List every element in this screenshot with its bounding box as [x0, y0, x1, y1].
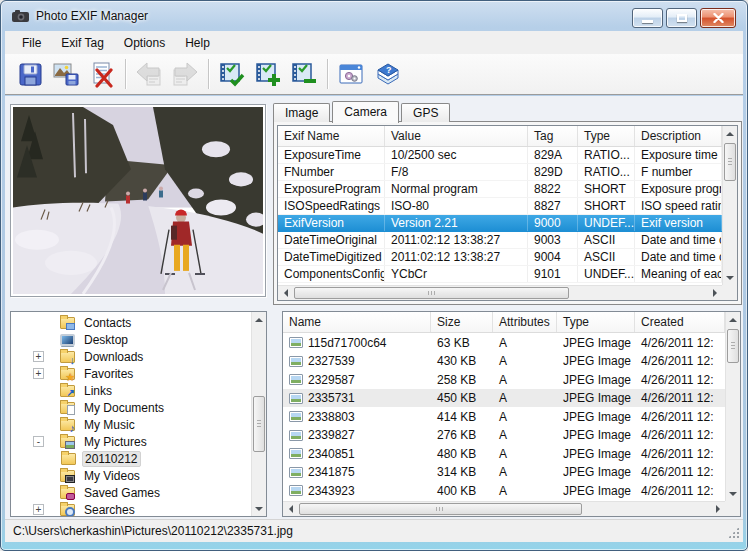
tree-item-favorites[interactable]: + Favorites: [11, 365, 251, 382]
apply-exif-button[interactable]: [214, 57, 250, 91]
tree-item-label: 20110212: [82, 451, 141, 467]
tree-item-my-documents[interactable]: My Documents: [11, 399, 251, 416]
downloads-folder-icon: [60, 351, 75, 363]
table-row[interactable]: DateTimeOriginal 2011:02:12 13:38:27 900…: [278, 232, 722, 249]
scroll-up-arrow[interactable]: [726, 312, 740, 327]
column-header-exif-name[interactable]: Exif Name: [278, 126, 385, 146]
svg-text:?: ?: [386, 65, 392, 75]
scroll-up-arrow[interactable]: [252, 312, 266, 327]
column-header-tag[interactable]: Tag: [528, 126, 578, 146]
list-item-selected[interactable]: 2335731 450 KB A JPEG Image 4/26/2011 12…: [283, 389, 725, 408]
scroll-thumb[interactable]: [294, 287, 569, 299]
scroll-right-arrow[interactable]: [710, 502, 725, 516]
list-item[interactable]: 2327539 430 KB A JPEG Image 4/26/2011 12…: [283, 352, 725, 371]
table-row[interactable]: DateTimeDigitized 2011:02:12 13:38:27 90…: [278, 249, 722, 266]
tree-item-desktop[interactable]: Desktop: [11, 331, 251, 348]
table-row[interactable]: ComponentsConfig... YCbCr 9101 UNDEF... …: [278, 266, 722, 283]
exif-vertical-scrollbar[interactable]: [722, 126, 737, 285]
scroll-thumb[interactable]: [253, 396, 265, 452]
scroll-right-arrow[interactable]: [707, 286, 722, 300]
cell-type: SHORT: [578, 198, 635, 214]
tree-item-saved-games[interactable]: Saved Games: [11, 484, 251, 501]
file-list-horizontal-scrollbar[interactable]: [283, 501, 725, 516]
jpeg-file-icon: [289, 356, 303, 367]
list-item[interactable]: 2343923 400 KB A JPEG Image 4/26/2011 12…: [283, 481, 725, 500]
next-image-button[interactable]: [167, 57, 203, 91]
scroll-down-arrow[interactable]: [252, 501, 266, 516]
table-row[interactable]: ExposureProgram Normal program 8822 SHOR…: [278, 181, 722, 198]
scroll-thumb[interactable]: [727, 329, 739, 363]
table-row[interactable]: ExposureTime 10/2500 sec 829A RATIO... E…: [278, 147, 722, 164]
tree-item-my-pictures[interactable]: - My Pictures: [11, 433, 251, 450]
resize-grip[interactable]: [727, 526, 740, 539]
scroll-down-arrow[interactable]: [723, 270, 737, 285]
cell-exif-name: ExposureProgram: [278, 181, 385, 197]
tree-expander[interactable]: -: [33, 436, 44, 447]
scroll-left-arrow[interactable]: [283, 502, 298, 516]
table-row[interactable]: ISOSpeedRatings ISO-80 8827 SHORT ISO sp…: [278, 198, 722, 215]
column-header-name[interactable]: Name: [283, 312, 431, 332]
cell-type: UNDEF...: [578, 215, 635, 231]
column-header-created[interactable]: Created: [635, 312, 725, 332]
menu-help[interactable]: Help: [175, 33, 220, 53]
list-item[interactable]: 2341875 314 KB A JPEG Image 4/26/2011 12…: [283, 463, 725, 482]
scroll-left-arrow[interactable]: [278, 286, 293, 300]
file-list-vertical-scrollbar[interactable]: [725, 312, 740, 501]
column-header-size[interactable]: Size: [431, 312, 493, 332]
menu-exif-tag[interactable]: Exif Tag: [51, 33, 113, 53]
tree-vertical-scrollbar[interactable]: [251, 312, 266, 516]
cell-tag: 9003: [528, 232, 578, 248]
tree-item-my-music[interactable]: My Music: [11, 416, 251, 433]
maximize-button[interactable]: [666, 8, 697, 28]
cell-exif-name: ExposureTime: [278, 147, 385, 163]
column-header-type[interactable]: Type: [557, 312, 635, 332]
list-item[interactable]: 2339827 276 KB A JPEG Image 4/26/2011 12…: [283, 426, 725, 445]
cell-size: 414 KB: [431, 409, 493, 424]
tree-item-20110212[interactable]: 20110212: [11, 450, 251, 467]
title-bar[interactable]: Photo EXIF Manager: [1, 1, 747, 31]
tree-item-my-videos[interactable]: My Videos: [11, 467, 251, 484]
cell-type: JPEG Image: [557, 464, 635, 479]
tab-image[interactable]: Image: [273, 103, 330, 122]
list-item[interactable]: 115d71700c64 63 KB A JPEG Image 4/26/201…: [283, 333, 725, 352]
table-row[interactable]: FNumber F/8 829D RATIO... F number: [278, 164, 722, 181]
cell-file-name: 2343923: [283, 483, 431, 498]
add-exif-button[interactable]: [250, 57, 286, 91]
help-button[interactable]: ?: [369, 57, 405, 91]
tab-gps[interactable]: GPS: [401, 103, 450, 122]
column-header-attributes[interactable]: Attributes: [493, 312, 557, 332]
remove-exif-button[interactable]: [286, 57, 322, 91]
scroll-thumb[interactable]: [299, 503, 582, 515]
column-header-value[interactable]: Value: [385, 126, 528, 146]
cell-created: 4/26/2011 12:: [635, 464, 725, 479]
scroll-thumb[interactable]: [724, 143, 736, 181]
close-button[interactable]: [700, 8, 736, 28]
table-row-selected[interactable]: ExifVersion Version 2.21 9000 UNDEF... E…: [278, 215, 722, 232]
options-button[interactable]: [333, 57, 369, 91]
list-item[interactable]: 2340851 480 KB A JPEG Image 4/26/2011 12…: [283, 444, 725, 463]
tab-camera[interactable]: Camera: [332, 101, 399, 123]
tree-item-links[interactable]: Links: [11, 382, 251, 399]
previous-image-button[interactable]: [131, 57, 167, 91]
save-image-button[interactable]: [48, 57, 84, 91]
column-header-description[interactable]: Description: [635, 126, 722, 146]
tree-expander[interactable]: +: [33, 368, 44, 379]
save-exif-button[interactable]: [12, 57, 48, 91]
scroll-up-arrow[interactable]: [723, 126, 737, 141]
exif-horizontal-scrollbar[interactable]: [278, 285, 722, 300]
scroll-down-arrow[interactable]: [726, 486, 740, 501]
cell-description: F number: [635, 164, 722, 180]
jpeg-file-icon: [289, 448, 303, 459]
menu-options[interactable]: Options: [114, 33, 175, 53]
minimize-button[interactable]: [632, 8, 663, 28]
tree-item-contacts[interactable]: Contacts: [11, 314, 251, 331]
list-item[interactable]: 2329587 258 KB A JPEG Image 4/26/2011 12…: [283, 370, 725, 389]
list-item[interactable]: 2338803 414 KB A JPEG Image 4/26/2011 12…: [283, 407, 725, 426]
tree-item-searches[interactable]: + Searches: [11, 501, 251, 516]
tree-expander[interactable]: +: [33, 351, 44, 362]
menu-file[interactable]: File: [12, 33, 51, 53]
tree-item-downloads[interactable]: + Downloads: [11, 348, 251, 365]
delete-exif-button[interactable]: [84, 57, 120, 91]
column-header-type[interactable]: Type: [578, 126, 635, 146]
tree-expander[interactable]: +: [33, 504, 44, 515]
